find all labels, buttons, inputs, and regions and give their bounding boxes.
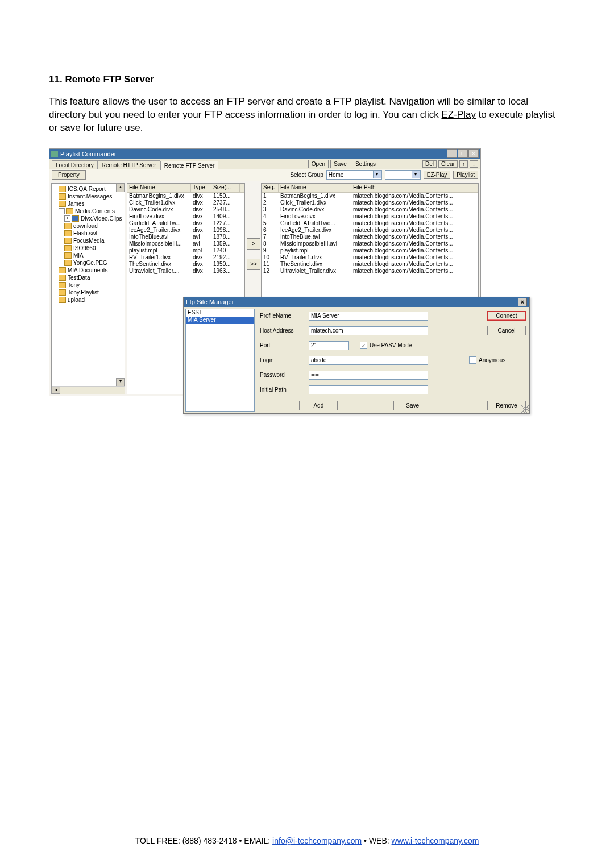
file-col-name[interactable]: File Name [127, 184, 191, 192]
footer-email-link[interactable]: info@i-techcompany.com [272, 836, 362, 845]
folder-tree[interactable]: ICS.QA.ReportInstant.MessagesJames-Media… [52, 184, 125, 305]
file-row[interactable]: Garfield_ATailofTw...divx1227... [127, 220, 244, 227]
playlist-row[interactable]: 2Click_Trailer1.divxmiatech.blogdns.com/… [262, 200, 478, 206]
tab-remote-http[interactable]: Remote HTTP Server [98, 160, 160, 169]
maximize-button[interactable]: □ [458, 149, 468, 158]
tree-scroll-down-button[interactable]: ▾ [116, 378, 125, 387]
folder-icon [59, 282, 66, 288]
playlist-row[interactable]: 11TheSentinel.divxmiatech.blogdns.com/Me… [262, 261, 478, 268]
tree-item[interactable]: MIA [53, 252, 123, 259]
settings-button[interactable]: Settings [352, 160, 379, 168]
file-row[interactable]: BatmanBegins_1.divxdivx1150... [127, 193, 244, 200]
tree-item-label: MIA [73, 252, 84, 259]
tree-item[interactable]: James [53, 200, 123, 207]
file-row[interactable]: TheSentinel.divxdivx1950... [127, 261, 244, 268]
group-extra-dropdown[interactable] [385, 170, 421, 180]
cancel-button[interactable]: Cancel [487, 326, 526, 335]
playlist-row[interactable]: 6IceAge2_Trailer.divxmiatech.blogdns.com… [262, 227, 478, 234]
tree-item[interactable]: FocusMedia [53, 237, 123, 244]
file-row[interactable]: DavinciCode.divxdivx2548... [127, 206, 244, 213]
profile-item[interactable]: MIA Server [186, 317, 254, 324]
file-col-type[interactable]: Type [191, 184, 211, 192]
tree-item[interactable]: ISO9660 [53, 244, 123, 252]
tree-expander-icon[interactable]: + [64, 215, 70, 222]
tree-item[interactable]: TestData [53, 274, 123, 281]
move-up-button[interactable]: ↑ [459, 160, 468, 168]
clear-button[interactable]: Clear [438, 160, 458, 168]
tree-hscrollbar[interactable]: ◂ [52, 386, 125, 394]
file-row[interactable]: IntoTheBlue.aviavi1878... [127, 234, 244, 240]
play-col-name[interactable]: File Name [279, 184, 351, 192]
playlist-row[interactable]: 5Garfield_ATailofTwo...miatech.blogdns.c… [262, 220, 478, 227]
tree-item[interactable]: MIA Documents [53, 267, 123, 274]
playlist-row[interactable]: 8MissioImpossibleIII.avimiatech.blogdns.… [262, 240, 478, 247]
move-down-button[interactable]: ↓ [470, 160, 478, 168]
tree-item[interactable]: Instant.Messages [53, 193, 123, 200]
tree-item[interactable]: ICS.QA.Report [53, 185, 123, 193]
file-row[interactable]: Ultraviolet_Trailer....divx1963... [127, 268, 244, 275]
add-one-button[interactable]: > [247, 238, 260, 250]
file-row[interactable]: Click_Trailer1.divxdivx2737... [127, 200, 244, 206]
playlist-row[interactable]: 9playlist.mplmiatech.blogdns.com/Media.C… [262, 247, 478, 254]
file-row[interactable]: MissioImpossibleIII...avi1359... [127, 240, 244, 247]
ezplay-link[interactable]: EZ-Play [441, 109, 475, 120]
playlist-row[interactable]: 1BatmanBegins_1.divxmiatech.blogdns.com/… [262, 193, 478, 200]
tree-item[interactable]: YongGe.PEG [53, 259, 123, 267]
playlist-row[interactable]: 10RV_Trailer1.divxmiatech.blogdns.com/Me… [262, 254, 478, 261]
remove-profile-button[interactable]: Remove [487, 401, 526, 410]
tab-local-directory[interactable]: Local Directory [52, 160, 98, 169]
tree-item[interactable]: +Divx.Video.Clips [53, 215, 123, 222]
playlist-row[interactable]: 7IntoTheBlue.avimiatech.blogdns.com/Medi… [262, 234, 478, 240]
playlist-row[interactable]: 12Ultraviolet_Trailer.divxmiatech.blogdn… [262, 268, 478, 275]
add-profile-button[interactable]: Add [299, 401, 338, 410]
playlist-body[interactable]: 1BatmanBegins_1.divxmiatech.blogdns.com/… [262, 193, 478, 275]
connect-button[interactable]: Connect [487, 311, 526, 321]
group-dropdown[interactable]: Home [326, 170, 382, 180]
tree-expander-icon[interactable]: - [59, 208, 65, 214]
tree-item[interactable]: download [53, 222, 123, 230]
tree-scroll-up-button[interactable]: ▴ [116, 184, 125, 192]
add-all-button[interactable]: >> [247, 259, 260, 270]
file-row[interactable]: playlist.mplmpl1240 [127, 247, 244, 254]
file-list-body[interactable]: BatmanBegins_1.divxdivx1150...Click_Trai… [127, 193, 244, 275]
tree-item[interactable]: Flash.swf [53, 230, 123, 237]
file-list-header[interactable]: File Name Type Size(... [127, 184, 244, 193]
play-col-path[interactable]: File Path [351, 184, 478, 192]
tree-item[interactable]: upload [53, 296, 123, 304]
file-col-size[interactable]: Size(... [211, 184, 240, 192]
playlist-row[interactable]: 4FindLove.divxmiatech.blogdns.com/Media.… [262, 213, 478, 220]
playlist-row[interactable]: 3DavinciCode.divxmiatech.blogdns.com/Med… [262, 206, 478, 213]
tree-item[interactable]: -Media.Contents [53, 207, 123, 215]
profile-list[interactable]: ESSTMIA Server [185, 309, 255, 412]
initial-path-input[interactable] [309, 385, 428, 394]
dialog-close-button[interactable]: × [518, 298, 527, 306]
file-row[interactable]: RV_Trailer1.divxdivx2192... [127, 254, 244, 261]
profile-item[interactable]: ESST [186, 309, 254, 317]
file-row[interactable]: FindLove.divxdivx1409... [127, 213, 244, 220]
property-button[interactable]: Property [52, 170, 86, 180]
save-profile-button[interactable]: Save [393, 401, 432, 410]
login-input[interactable] [309, 356, 428, 365]
save-button[interactable]: Save [330, 160, 350, 168]
host-input[interactable] [309, 326, 428, 335]
footer-web-link[interactable]: www.i-techcompany.com [392, 836, 479, 845]
minimize-button[interactable]: _ [447, 149, 457, 158]
playlist-button[interactable]: Playlist [453, 171, 478, 179]
playlist-header[interactable]: Seq. File Name File Path [262, 184, 478, 193]
play-col-seq[interactable]: Seq. [262, 184, 279, 192]
password-input[interactable] [309, 371, 428, 380]
tree-item[interactable]: Tony [53, 281, 123, 289]
port-input[interactable] [309, 341, 349, 350]
pasv-checkbox[interactable]: ✓Use PASV Mode [360, 342, 412, 349]
anonymous-checkbox[interactable]: Anoymous [469, 356, 526, 364]
ezplay-button[interactable]: EZ-Play [424, 171, 451, 179]
file-row[interactable]: IceAge2_Trailer.divxdivx1098... [127, 227, 244, 234]
resize-grip-icon[interactable] [521, 405, 529, 413]
close-button[interactable]: × [468, 149, 479, 158]
profile-name-input[interactable] [309, 312, 428, 321]
tree-item-label: Media.Contents [75, 207, 115, 215]
tree-item[interactable]: Tony.Playlist [53, 289, 123, 296]
tab-remote-ftp[interactable]: Remote FTP Server [160, 161, 219, 170]
del-button[interactable]: Del [422, 160, 437, 168]
open-button[interactable]: Open [308, 160, 329, 168]
